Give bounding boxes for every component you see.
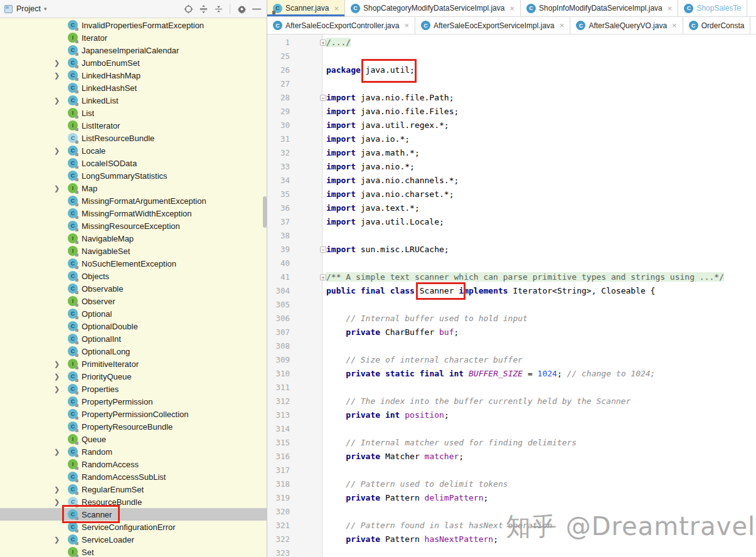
tree-item-set[interactable]: ISet [0, 546, 267, 557]
watermark: 知乎 @Dreamtraveler [506, 509, 756, 544]
collapse-all-icon[interactable] [213, 3, 224, 14]
close-icon[interactable]: × [509, 4, 514, 13]
tree-item-iterator[interactable]: IIterator [0, 31, 267, 44]
chevron-right-icon[interactable]: ❯ [54, 147, 68, 155]
tree-item-jumboenumset[interactable]: ❯CJumboEnumSet [0, 56, 267, 69]
tree-item-serviceconfigurationerror[interactable]: CServiceConfigurationError [0, 521, 267, 533]
tree-item-scanner[interactable]: CScanner [0, 508, 267, 521]
chevron-right-icon[interactable]: ❯ [54, 360, 68, 368]
tree-item-missingformatargumentexception[interactable]: CMissingFormatArgumentException [0, 194, 267, 207]
line-number: 36 [267, 201, 322, 215]
code-editor[interactable]: 1+25262728−2930313233343536373839−4041+3… [267, 34, 756, 557]
tree-item-listresourcebundle[interactable]: CListResourceBundle [0, 132, 267, 144]
line-number: 313 [267, 408, 322, 422]
close-icon[interactable]: × [560, 21, 565, 30]
tree-item-properties[interactable]: ❯CProperties [0, 383, 267, 395]
close-icon[interactable]: × [668, 4, 673, 13]
tree-item-label: RegularEnumSet [82, 485, 144, 494]
minimize-icon[interactable]: — [251, 3, 262, 14]
tree-item-label: ServiceLoader [82, 535, 134, 544]
chevron-right-icon[interactable]: ❯ [54, 59, 68, 67]
tree-item-objects[interactable]: CObjects [0, 270, 267, 282]
tab-aftersaleeocexportcontroller.java[interactable]: CAfterSaleEocExportController.java× [267, 17, 415, 34]
tree-item-label: LinkedList [82, 96, 119, 105]
tree-item-label: MissingFormatArgumentException [82, 196, 206, 206]
lock-icon [272, 11, 275, 14]
tree-item-randomaccess[interactable]: IRandomAccess [0, 458, 267, 470]
code-line: private CharBuffer buf; [326, 326, 756, 339]
chevron-right-icon[interactable]: ❯ [54, 97, 68, 105]
tree-item-primitiveiterator[interactable]: ❯IPrimitiveIterator [0, 358, 267, 370]
close-icon[interactable]: × [404, 21, 409, 30]
line-number: 27 [267, 77, 322, 91]
project-panel-title[interactable]: Project [16, 4, 41, 13]
close-icon[interactable]: × [334, 4, 339, 13]
tree-item-missingresourceexception[interactable]: CMissingResourceException [0, 220, 267, 232]
tree-item-navigablemap[interactable]: INavigableMap [0, 232, 267, 245]
tab-shopcategorymodifydataserviceimpl.java[interactable]: CShopCategoryModifyDataServiceImpl.java× [345, 0, 521, 16]
interface-icon: I [68, 183, 78, 193]
line-number: 305 [267, 298, 322, 312]
tab-aftersalequeryvo.java[interactable]: CAfterSaleQueryVO.java× [570, 17, 683, 34]
chevron-right-icon[interactable]: ❯ [54, 536, 68, 544]
chevron-right-icon[interactable]: ❯ [54, 385, 68, 393]
tree-item-navigableset[interactable]: INavigableSet [0, 245, 267, 257]
tree-item-invalidpropertiesformatexception[interactable]: CInvalidPropertiesFormatException [0, 19, 267, 31]
close-icon[interactable]: × [672, 21, 677, 30]
chevron-right-icon[interactable]: ❯ [54, 448, 68, 456]
tree-item-listiterator[interactable]: IListIterator [0, 119, 267, 132]
tree-item-locale[interactable]: ❯CLocale [0, 144, 267, 157]
tab-scanner.java[interactable]: CScanner.java× [267, 0, 345, 16]
readonly-badge [75, 529, 78, 533]
gear-icon[interactable] [236, 3, 247, 14]
tab-shopsaleste[interactable]: CShopSalesTe [678, 0, 747, 16]
tree-item-label: Locale [82, 146, 105, 156]
chevron-right-icon[interactable]: ❯ [54, 184, 68, 193]
expand-all-icon[interactable] [198, 3, 209, 14]
chevron-down-icon[interactable]: ▾ [44, 6, 47, 12]
tree-item-queue[interactable]: IQueue [0, 433, 267, 445]
tree-item-optionaldouble[interactable]: COptionalDouble [0, 320, 267, 332]
tree-item-observable[interactable]: CObservable [0, 282, 267, 295]
chevron-right-icon[interactable]: ❯ [54, 373, 68, 381]
tab-orderconsta[interactable]: COrderConsta [683, 17, 751, 34]
tree-item-localeisodata[interactable]: CLocaleISOData [0, 157, 267, 169]
project-tree: CInvalidPropertiesFormatExceptionIIterat… [0, 18, 267, 557]
tree-item-list[interactable]: IList [0, 107, 267, 119]
tree-item-linkedhashmap[interactable]: ❯CLinkedHashMap [0, 69, 267, 82]
code-line [326, 464, 756, 477]
tree-item-longsummarystatistics[interactable]: CLongSummaryStatistics [0, 169, 267, 182]
readonly-badge [75, 241, 78, 244]
tree-item-propertypermission[interactable]: CPropertyPermission [0, 395, 267, 408]
tree-item-propertyresourcebundle[interactable]: CPropertyResourceBundle [0, 420, 267, 433]
tree-item-label: Queue [82, 435, 106, 444]
tab-aftersaleeocexportserviceimpl.java[interactable]: CAfterSaleEocExportServiceImpl.java× [415, 17, 570, 34]
tree-item-nosuchelementexception[interactable]: CNoSuchElementException [0, 257, 267, 270]
chevron-right-icon[interactable]: ❯ [54, 72, 68, 80]
tree-item-regularenumset[interactable]: ❯CRegularEnumSet [0, 483, 267, 496]
tree-item-serviceloader[interactable]: ❯CServiceLoader [0, 533, 267, 546]
tree-item-linkedhashset[interactable]: CLinkedHashSet [0, 82, 267, 94]
tree-item-observer[interactable]: IObserver [0, 295, 267, 307]
tree-item-missingformatwidthexception[interactable]: CMissingFormatWidthException [0, 207, 267, 220]
tree-item-propertypermissioncollection[interactable]: CPropertyPermissionCollection [0, 408, 267, 420]
chevron-right-icon[interactable]: ❯ [54, 485, 68, 494]
code-line: private Matcher matcher; [326, 450, 756, 464]
tab-shopinfomodifydataserviceimpl.java[interactable]: CShopInfoModifyDataServiceImpl.java× [521, 0, 678, 16]
line-number: 37 [267, 215, 322, 229]
tree-item-label: PrimitiveIterator [82, 359, 139, 369]
tree-item-optionallong[interactable]: COptionalLong [0, 345, 267, 358]
line-number: 40 [267, 257, 322, 270]
locate-icon[interactable] [183, 3, 194, 14]
tree-item-optionalint[interactable]: COptionalInt [0, 332, 267, 345]
tree-item-randomaccesssublist[interactable]: CRandomAccessSubList [0, 470, 267, 483]
tree-item-random[interactable]: ❯CRandom [0, 445, 267, 458]
tree-item-optional[interactable]: COptional [0, 307, 267, 320]
tree-item-map[interactable]: ❯IMap [0, 182, 267, 194]
tree-item-resourcebundle[interactable]: ❯CResourceBundle [0, 496, 267, 508]
tree-item-priorityqueue[interactable]: ❯CPriorityQueue [0, 370, 267, 383]
tree-item-linkedlist[interactable]: ❯CLinkedList [0, 94, 267, 107]
class-icon: C [68, 534, 78, 544]
scrollbar-thumb[interactable] [263, 196, 267, 228]
tree-item-japaneseimperialcalendar[interactable]: CJapaneseImperialCalendar [0, 44, 267, 56]
